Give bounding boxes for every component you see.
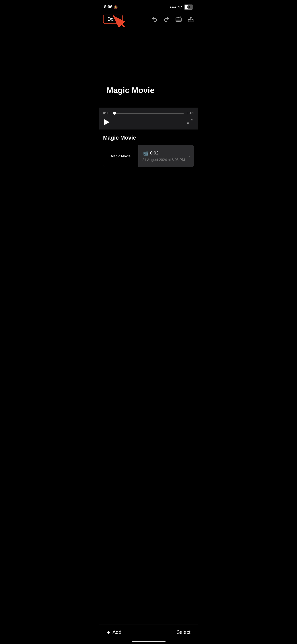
video-preview: Magic Movie — [99, 27, 198, 108]
play-icon — [104, 119, 110, 125]
redo-icon — [163, 16, 170, 23]
content-section: Magic Movie Magic Movie 📹 0:02 21 August… — [99, 130, 198, 167]
magic-movie-icon — [175, 16, 182, 23]
progress-track[interactable] — [113, 113, 184, 114]
fullscreen-button[interactable] — [187, 118, 193, 126]
preview-title: Magic Movie — [107, 86, 154, 95]
undo-button[interactable] — [151, 16, 158, 23]
time-display: 8:06 — [104, 5, 112, 10]
done-button[interactable]: Done — [103, 15, 123, 24]
movie-thumbnail: Magic Movie — [103, 145, 138, 167]
playback-controls — [103, 117, 194, 127]
status-bar: 8:06 🔕 40 — [99, 0, 198, 13]
movie-info: 📹 0:02 21 August 2024 at 8:05 PM — [138, 147, 188, 165]
fullscreen-icon — [187, 118, 193, 124]
movie-card[interactable]: Magic Movie 📹 0:02 21 August 2024 at 8:0… — [103, 145, 194, 167]
nav-bar: Done — [99, 13, 198, 27]
battery-indicator: 40 — [184, 5, 193, 10]
nav-icons — [151, 16, 194, 23]
total-time: 0:01 — [186, 111, 194, 115]
movie-meta-row: 📹 0:02 — [142, 150, 185, 156]
scrubber-bar: 0:00 0:01 — [99, 108, 198, 130]
status-time: 8:06 🔕 — [104, 5, 118, 10]
signal-dot-3 — [173, 7, 175, 8]
battery-text: 40 — [187, 6, 190, 9]
scrubber-track[interactable]: 0:00 0:01 — [103, 111, 194, 115]
undo-icon — [151, 16, 158, 23]
signal-dot-1 — [170, 7, 171, 8]
magic-movie-button[interactable] — [175, 16, 182, 23]
thumbnail-label: Magic Movie — [111, 154, 130, 158]
signal-dot-2 — [172, 7, 173, 8]
chevron-right-icon: › — [188, 153, 190, 159]
wifi-icon — [178, 5, 182, 9]
movie-duration: 0:02 — [150, 151, 158, 156]
current-time: 0:00 — [103, 111, 111, 115]
share-icon — [187, 16, 194, 23]
redo-button[interactable] — [163, 16, 170, 23]
scrubber-thumb[interactable] — [113, 112, 116, 115]
video-camera-icon: 📹 — [142, 150, 149, 156]
movie-date: 21 August 2024 at 8:05 PM — [142, 158, 185, 162]
signal-dot-4 — [175, 7, 176, 8]
play-button[interactable] — [104, 119, 110, 125]
section-title: Magic Movie — [103, 135, 194, 141]
status-right: 40 — [170, 5, 193, 10]
share-button[interactable] — [187, 16, 194, 23]
signal-indicator — [170, 7, 176, 8]
mute-icon: 🔕 — [114, 5, 118, 9]
